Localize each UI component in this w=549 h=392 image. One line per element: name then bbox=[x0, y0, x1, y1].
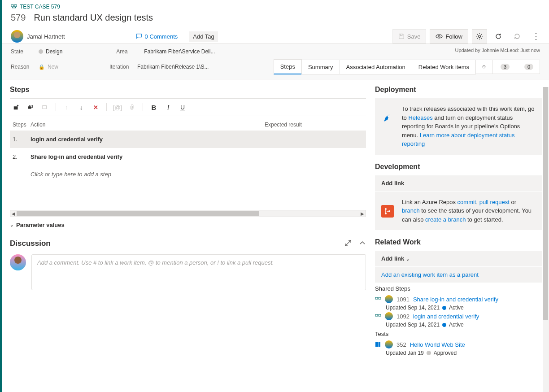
col-expected: Expected result bbox=[265, 122, 363, 128]
state-label: State bbox=[11, 48, 32, 55]
git-icon bbox=[381, 205, 394, 218]
insert-step-button bbox=[41, 104, 48, 111]
discussion-title: Discussion bbox=[10, 239, 51, 248]
svg-rect-6 bbox=[14, 106, 18, 109]
deployment-info: To track releases associated with this w… bbox=[375, 98, 542, 155]
tab-steps[interactable]: Steps bbox=[274, 59, 302, 74]
collapse-icon[interactable] bbox=[359, 240, 366, 248]
circle-icon bbox=[39, 49, 43, 54]
undo-icon bbox=[514, 33, 521, 40]
refresh-button[interactable] bbox=[491, 29, 506, 44]
move-down-button[interactable]: ↓ bbox=[78, 104, 85, 111]
refresh-icon bbox=[495, 33, 502, 40]
related-meta: Updated Sep 14, 2021Active bbox=[375, 322, 542, 328]
svg-point-4 bbox=[479, 35, 481, 38]
area-value[interactable]: Fabrikam Fiber\Service Deli... bbox=[144, 48, 215, 55]
undo-button[interactable] bbox=[510, 29, 525, 44]
related-title[interactable]: Share log-in and credential verify bbox=[413, 296, 498, 303]
tab-automation[interactable]: Associated Automation bbox=[340, 60, 412, 74]
work-item-title[interactable]: Run standard UX design tests bbox=[34, 13, 153, 23]
tab-links[interactable]: 3 bbox=[492, 60, 516, 74]
parameter-values-toggle[interactable]: ⌄Parameter values bbox=[10, 222, 366, 228]
svg-rect-20 bbox=[379, 342, 380, 347]
add-parent-link[interactable]: Add an existing work item as a parent bbox=[381, 271, 479, 278]
iteration-label: Iteration bbox=[109, 64, 131, 70]
svg-point-13 bbox=[388, 210, 390, 212]
svg-point-2 bbox=[436, 35, 442, 38]
settings-button[interactable] bbox=[472, 29, 487, 44]
avatar bbox=[385, 295, 393, 303]
scroll-left-icon[interactable]: ◀ bbox=[10, 210, 17, 217]
circle-icon bbox=[442, 306, 446, 310]
horizontal-scrollbar[interactable]: ◀ ▶ bbox=[10, 210, 366, 217]
chevron-down-icon: ⌄ bbox=[10, 222, 13, 227]
step-row[interactable]: 1. login and credential verify bbox=[10, 131, 366, 148]
pull-request-link[interactable]: pull request bbox=[479, 199, 510, 205]
shared-steps-label: Shared Steps bbox=[375, 285, 542, 292]
branch-link[interactable]: branch bbox=[402, 207, 420, 214]
commit-link[interactable]: commit bbox=[458, 199, 476, 205]
expand-icon[interactable] bbox=[344, 240, 352, 248]
step-action[interactable]: Share log-in and credential verify bbox=[30, 153, 363, 160]
follow-button[interactable]: Follow bbox=[430, 29, 468, 44]
vertical-scrollbar[interactable] bbox=[543, 87, 549, 392]
related-item[interactable]: 1092 login and credential verify bbox=[375, 311, 542, 322]
scroll-right-icon[interactable]: ▶ bbox=[359, 210, 366, 217]
deployment-title: Deployment bbox=[375, 86, 542, 94]
work-item-type-label: TEST CASE 579 bbox=[20, 4, 60, 10]
rocket-icon bbox=[381, 112, 394, 124]
move-up-button: ↑ bbox=[63, 104, 70, 111]
svg-rect-19 bbox=[377, 342, 379, 347]
svg-point-11 bbox=[385, 208, 387, 210]
test-case-icon bbox=[11, 4, 17, 10]
delete-step-button[interactable]: ✕ bbox=[92, 104, 99, 111]
bold-button[interactable]: B bbox=[150, 104, 157, 111]
step-action[interactable]: login and credential verify bbox=[30, 136, 363, 143]
tab-attachments[interactable]: 0 bbox=[516, 60, 540, 74]
tab-history[interactable] bbox=[475, 60, 492, 74]
reason-value[interactable]: 🔒New bbox=[39, 64, 58, 70]
add-step-placeholder[interactable]: Click or type here to add a step bbox=[10, 166, 366, 183]
avatar bbox=[385, 312, 393, 320]
assignee[interactable]: Jamal Hartnett bbox=[11, 30, 65, 43]
comments-link[interactable]: 0 Comments bbox=[136, 33, 178, 40]
create-branch-link[interactable]: create a branch bbox=[425, 216, 466, 223]
comment-input[interactable]: Add a comment. Use # to link a work item… bbox=[31, 254, 366, 290]
work-item-id: 579 bbox=[11, 13, 26, 23]
iteration-value[interactable]: Fabrikam Fiber\Release 1\S... bbox=[137, 64, 209, 70]
rel-add-link[interactable]: Add link ⌄ bbox=[375, 251, 542, 266]
param-button: [@] bbox=[114, 104, 121, 111]
related-title[interactable]: login and credential verify bbox=[413, 313, 479, 320]
state-value[interactable]: Design bbox=[39, 48, 62, 55]
work-item-type: TEST CASE 579 bbox=[11, 4, 540, 10]
svg-rect-0 bbox=[11, 5, 13, 7]
col-action: Action bbox=[30, 122, 265, 128]
scroll-thumb[interactable] bbox=[543, 87, 548, 320]
italic-button[interactable]: I bbox=[165, 104, 172, 111]
attach-step-button bbox=[128, 104, 135, 111]
col-steps: Steps bbox=[13, 122, 30, 128]
add-tag-button[interactable]: Add Tag bbox=[189, 31, 218, 42]
circle-icon bbox=[442, 323, 446, 327]
underline-button[interactable]: U bbox=[179, 104, 186, 111]
scroll-thumb[interactable] bbox=[17, 211, 259, 216]
step-row[interactable]: 2. Share log-in and credential verify bbox=[10, 148, 366, 166]
releases-link[interactable]: Releases bbox=[408, 114, 432, 121]
dev-add-link[interactable]: Add link bbox=[375, 175, 542, 191]
tab-related[interactable]: Related Work items bbox=[412, 60, 476, 74]
svg-rect-18 bbox=[375, 342, 377, 347]
area-label: Area bbox=[116, 48, 138, 55]
eye-icon bbox=[436, 33, 443, 40]
shared-step-icon bbox=[375, 296, 381, 302]
reason-label: Reason bbox=[11, 64, 32, 70]
more-button[interactable]: ⋮ bbox=[528, 29, 544, 44]
related-item[interactable]: 352 Hello World Web Site bbox=[375, 339, 542, 350]
add-step-button[interactable] bbox=[13, 104, 20, 111]
related-title[interactable]: Hello World Web Site bbox=[410, 341, 465, 348]
add-shared-step-button[interactable] bbox=[27, 104, 34, 111]
tab-summary[interactable]: Summary bbox=[301, 60, 340, 74]
related-meta: Updated Sep 14, 2021Active bbox=[375, 305, 542, 311]
related-item[interactable]: 1091 Share log-in and credential verify bbox=[375, 294, 542, 305]
assignee-name: Jamal Hartnett bbox=[27, 33, 65, 40]
development-title: Development bbox=[375, 163, 542, 171]
